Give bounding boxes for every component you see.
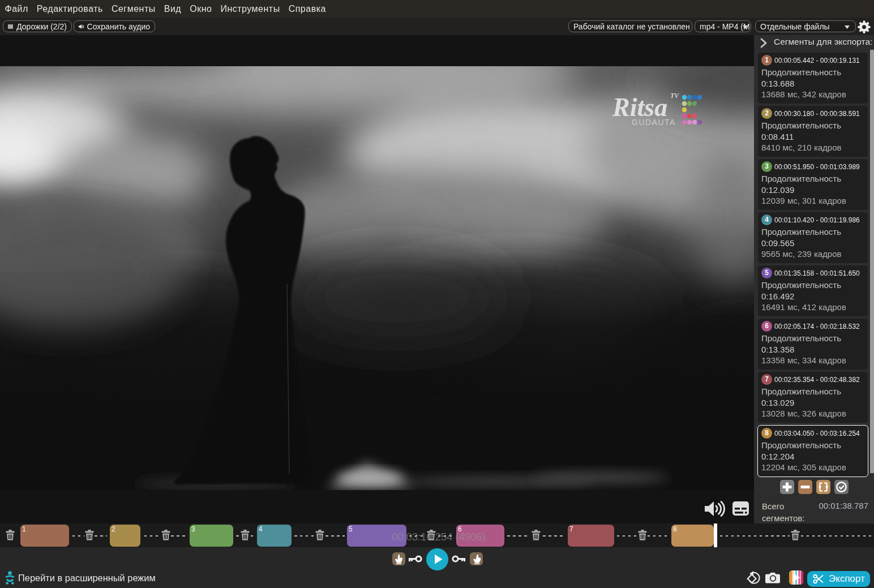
svg-text:TV: TV: [670, 92, 679, 100]
svg-text:GUDAUTA: GUDAUTA: [632, 118, 676, 127]
